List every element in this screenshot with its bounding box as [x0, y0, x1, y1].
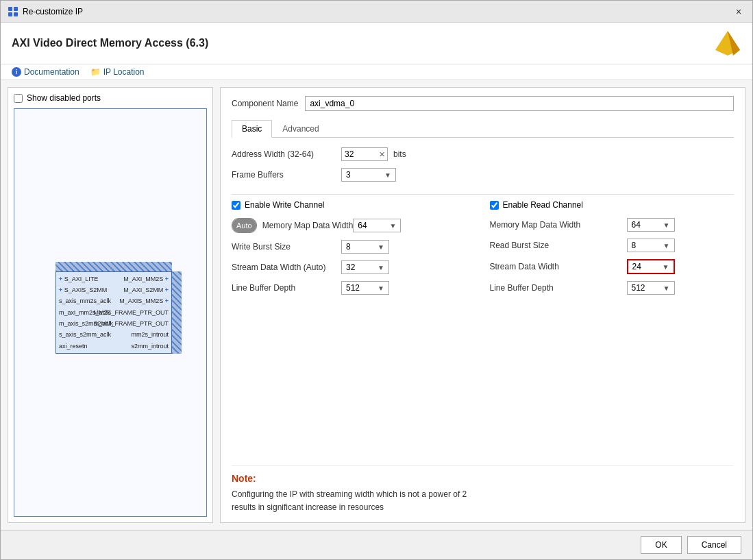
frame-buffers-select[interactable]: 3 ▼ — [341, 168, 396, 182]
show-disabled-row: Show disabled ports — [14, 93, 207, 103]
svg-rect-0 — [8, 7, 12, 11]
frame-buffers-row: Frame Buffers 3 ▼ — [232, 168, 734, 182]
read-stream-width-label: Stream Data Width — [490, 262, 627, 271]
note-section: Note: Configuring the IP with streaming … — [232, 465, 734, 514]
read-mem-map-label: Memory Map Data Width — [490, 220, 627, 230]
enable-read-channel-row: Enable Read Channel — [490, 200, 735, 210]
tabs: Basic Advanced — [232, 119, 734, 138]
frame-buffers-label: Frame Buffers — [232, 170, 341, 180]
read-burst-arrow: ▼ — [663, 242, 670, 249]
tab-basic[interactable]: Basic — [232, 120, 272, 138]
write-stream-width-label: Stream Data Width (Auto) — [232, 263, 341, 272]
write-mem-map-row: Auto Memory Map Data Width 64 ▼ — [232, 218, 476, 233]
enable-write-channel-checkbox[interactable] — [232, 201, 240, 210]
app-header: AXI Video Direct Memory Access (6.3) — [1, 23, 752, 64]
read-stream-width-row: Stream Data Width 24 ▼ — [490, 259, 735, 274]
port-s2mm-frame-ptr-out: S2MM_FRAME_PTR_OUT — [93, 319, 169, 328]
enable-write-channel-label: Enable Write Channel — [245, 200, 325, 210]
note-line1: Configuring the IP with streaming width … — [232, 488, 734, 501]
xilinx-logo — [714, 29, 741, 57]
write-mem-map-label: Memory Map Data Width — [262, 221, 354, 230]
write-burst-select[interactable]: 8 ▼ — [341, 240, 389, 254]
read-mem-map-select[interactable]: 64 ▼ — [627, 218, 675, 232]
read-stream-arrow: ▼ — [663, 263, 669, 271]
component-name-row: Component Name axi_vdma_0 — [232, 96, 734, 111]
title-bar: Re-customize IP × — [1, 1, 752, 23]
read-mem-map-row: Memory Map Data Width 64 ▼ — [490, 218, 735, 232]
address-width-value: ✕ bits — [341, 147, 406, 161]
port-m-axi-mm2s: M_AXI_MM2S + — [93, 275, 169, 284]
show-disabled-ports-label: Show disabled ports — [27, 93, 101, 103]
cancel-button[interactable]: Cancel — [687, 536, 741, 554]
content-area: Show disabled ports + S_AXI_LITE + S_AXI… — [1, 80, 752, 530]
dialog-title: Re-customize IP — [23, 7, 83, 16]
documentation-link[interactable]: i Documentation — [12, 67, 79, 77]
note-line2: results in significant increase in resou… — [232, 501, 734, 514]
write-line-buffer-label: Line Buffer Depth — [232, 283, 341, 293]
note-title: Note: — [232, 473, 734, 484]
write-line-buffer-arrow: ▼ — [378, 284, 384, 292]
close-button[interactable]: × — [732, 5, 745, 19]
write-burst-arrow: ▼ — [378, 243, 384, 251]
component-diagram: + S_AXI_LITE + S_AXIS_S2MM s_axis_mm2s_a… — [14, 108, 207, 517]
address-width-input[interactable] — [342, 148, 376, 160]
port-s2mm-introut: s2mm_introut — [93, 342, 169, 351]
port-mm2s-introut: mm2s_introut — [93, 330, 169, 339]
dialog: Re-customize IP × AXI Video Direct Memor… — [0, 0, 753, 560]
app-title: AXI Video Direct Memory Access (6.3) — [12, 37, 208, 49]
read-burst-row: Read Burst Size 8 ▼ — [490, 239, 735, 252]
write-stream-arrow: ▼ — [378, 264, 384, 271]
write-stream-width-row: Stream Data Width (Auto) 32 ▼ — [232, 260, 476, 274]
svg-rect-3 — [14, 12, 18, 16]
auto-toggle[interactable]: Auto — [232, 218, 257, 233]
svg-rect-1 — [14, 7, 18, 11]
write-stream-width-select[interactable]: 32 ▼ — [341, 260, 389, 274]
write-mem-map-arrow: ▼ — [389, 222, 396, 230]
write-line-buffer-row: Line Buffer Depth 512 ▼ — [232, 281, 476, 295]
address-width-unit: bits — [393, 149, 406, 159]
bottom-bar: OK Cancel — [1, 530, 752, 559]
right-panel: Component Name axi_vdma_0 Basic Advanced… — [220, 87, 745, 523]
divider — [232, 194, 734, 195]
stripe-right — [172, 271, 182, 354]
read-line-buffer-arrow: ▼ — [663, 284, 670, 292]
component-name-input[interactable]: axi_vdma_0 — [305, 96, 734, 111]
component-box: + S_AXI_LITE + S_AXIS_S2MM s_axis_mm2s_a… — [55, 271, 172, 354]
two-col-config: Enable Write Channel Auto Memory Map Dat… — [232, 200, 734, 454]
app-icon — [8, 6, 18, 17]
show-disabled-ports-checkbox[interactable] — [14, 94, 23, 103]
address-width-clear[interactable]: ✕ — [376, 149, 387, 160]
read-burst-select[interactable]: 8 ▼ — [627, 239, 675, 252]
port-m-axi-s2mm: M_AXI_S2MM + — [93, 286, 169, 295]
component-name-label: Component Name — [232, 99, 298, 108]
title-bar-left: Re-customize IP — [8, 6, 83, 17]
enable-read-channel-label: Enable Read Channel — [503, 200, 583, 210]
read-line-buffer-label: Line Buffer Depth — [490, 283, 627, 293]
write-line-buffer-select[interactable]: 512 ▼ — [341, 281, 389, 295]
svg-rect-2 — [8, 12, 12, 16]
port-m-axis-mm2s: M_AXIS_MM2S + — [93, 297, 169, 306]
read-line-buffer-row: Line Buffer Depth 512 ▼ — [490, 281, 735, 295]
auto-label: Auto — [232, 219, 256, 232]
port-mm2s-frame-ptr-out: MM2S_FRAME_PTR_OUT — [93, 308, 169, 317]
write-mem-map-select[interactable]: 64 ▼ — [353, 219, 401, 232]
write-channel-col: Enable Write Channel Auto Memory Map Dat… — [232, 200, 476, 454]
frame-buffers-arrow: ▼ — [384, 171, 391, 179]
ip-location-link[interactable]: 📁 IP Location — [90, 67, 145, 77]
read-line-buffer-select[interactable]: 512 ▼ — [627, 281, 675, 295]
tab-advanced[interactable]: Advanced — [272, 120, 329, 138]
address-width-label: Address Width (32-64) — [232, 149, 341, 159]
ok-button[interactable]: OK — [641, 536, 681, 554]
left-panel: Show disabled ports + S_AXI_LITE + S_AXI… — [8, 87, 213, 523]
info-icon: i — [12, 67, 21, 77]
enable-read-channel-checkbox[interactable] — [490, 201, 499, 210]
read-mem-map-arrow: ▼ — [663, 221, 670, 229]
read-stream-width-select[interactable]: 24 ▼ — [627, 259, 675, 274]
toolbar: i Documentation 📁 IP Location — [1, 64, 752, 80]
address-width-input-wrap: ✕ — [341, 147, 388, 161]
address-width-row: Address Width (32-64) ✕ bits — [232, 147, 734, 161]
write-burst-label: Write Burst Size — [232, 242, 341, 252]
diagram-inner: + S_AXI_LITE + S_AXIS_S2MM s_axis_mm2s_a… — [21, 258, 199, 367]
write-burst-row: Write Burst Size 8 ▼ — [232, 240, 476, 254]
read-burst-label: Read Burst Size — [490, 241, 627, 250]
